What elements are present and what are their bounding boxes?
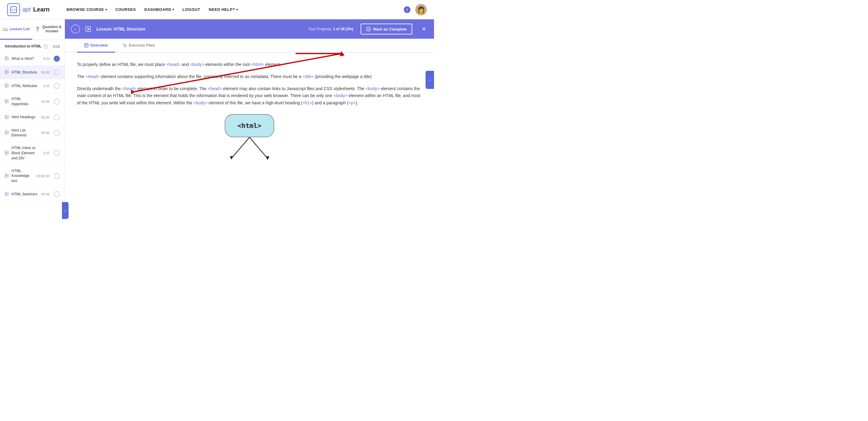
lesson-duration: 00:00 — [41, 100, 50, 104]
nav-logout[interactable]: LOGOUT — [182, 7, 200, 12]
svg-marker-13 — [6, 132, 7, 133]
lesson-check-empty-icon — [54, 150, 60, 156]
lesson-play-icon — [5, 131, 9, 135]
back-button[interactable]: ‹ — [71, 25, 80, 34]
lesson-play-icon — [5, 57, 9, 61]
svg-marker-30 — [266, 157, 270, 160]
notification-badge[interactable]: 0 — [404, 6, 410, 13]
lesson-name: HTML Attributes — [11, 83, 41, 89]
lesson-duration: 4:29 — [43, 57, 50, 60]
content-paragraph-2: The <head> element contains supporting i… — [77, 73, 422, 80]
lesson-progress: Your Progress: 1 of 38 (3%) — [308, 27, 353, 31]
sidebar-tabs: 📖 Lesson List ❓ Question & Answer — [0, 19, 65, 40]
lesson-name: What is Html? — [11, 56, 41, 61]
collapse-arrow-icon: ‹ — [65, 208, 66, 210]
tab-overview[interactable]: Overview — [77, 39, 115, 53]
nav-need-help[interactable]: NEED HELP? ▾ — [209, 7, 238, 12]
svg-text:</>: </> — [11, 8, 17, 12]
lesson-duration: 00:02:00 — [36, 174, 50, 178]
lesson-item[interactable]: HTML Structure00:00 — [0, 66, 65, 79]
lesson-check-done-icon: ✓ — [54, 56, 60, 62]
nav-dashboard[interactable]: DASHBOARD ▾ — [144, 7, 174, 12]
lesson-duration: 00:00 — [41, 131, 50, 135]
lesson-item[interactable]: Html Headings00:00 — [0, 111, 65, 124]
svg-marker-3 — [6, 57, 7, 59]
nav-items: BROWSE COURSE ▾ COURSES DASHBOARD ▾ LOGO… — [66, 7, 238, 12]
main-layout: 📖 Lesson List ❓ Question & Answer Introd… — [0, 19, 434, 210]
svg-line-27 — [231, 137, 249, 159]
lesson-name: HTML Hyperlinks — [11, 96, 39, 107]
lesson-item[interactable]: HTML Selectors00:00 — [0, 188, 65, 201]
dashboard-chevron-icon: ▾ — [173, 8, 174, 11]
lesson-item[interactable]: HTML Inline vs Block Element and DIV3:02 — [0, 142, 65, 165]
lesson-play-icon — [5, 100, 9, 104]
sidebar-section-header: Introduction to HTML i 1/14 — [0, 40, 65, 52]
svg-marker-21 — [88, 28, 90, 30]
lesson-play-icon — [5, 84, 9, 88]
avatar[interactable]: 👩 — [415, 4, 427, 16]
nav-browse-course[interactable]: BROWSE COURSE ▾ — [66, 7, 107, 12]
content-tabs: Overview 📎 Exercise Files — [65, 39, 434, 53]
lesson-title: Lesson: HTML Structure — [96, 27, 145, 31]
mark-complete-button[interactable]: Mark as Complete — [361, 24, 412, 34]
lesson-name: HTML Structure — [11, 70, 39, 75]
lesson-play-icon — [5, 151, 9, 155]
lesson-name: Html Headings — [11, 115, 39, 120]
lesson-duration: 00:00 — [41, 192, 50, 196]
lesson-duration: 3:02 — [43, 151, 50, 155]
close-button[interactable]: ✕ — [420, 25, 428, 33]
svg-marker-17 — [6, 175, 7, 177]
svg-marker-11 — [6, 116, 7, 118]
logo[interactable]: </> aptLearn — [7, 3, 50, 16]
lesson-item[interactable]: What is Html?4:29✓ — [0, 52, 65, 66]
lesson-list-icon: 📖 — [3, 27, 8, 31]
section-count: 1/14 — [53, 45, 60, 49]
lesson-check-empty-icon — [54, 173, 60, 179]
nav-courses[interactable]: COURSES — [115, 7, 136, 12]
lesson-item[interactable]: HTML Attributes4:32 — [0, 79, 65, 93]
lesson-name: HTML Inline vs Block Element and DIV — [11, 145, 41, 161]
lesson-item[interactable]: HTML Knowledge test00:02:00 — [0, 165, 65, 188]
lesson-item[interactable]: HTML Hyperlinks00:00 — [0, 93, 65, 111]
next-button[interactable]: › — [426, 71, 434, 89]
lesson-check-empty-icon — [54, 99, 60, 105]
qa-icon: ❓ — [35, 27, 40, 31]
svg-point-22 — [366, 27, 371, 31]
need-help-chevron-icon: ▾ — [236, 8, 238, 11]
lesson-duration: 00:00 — [41, 115, 50, 119]
lesson-check-empty-icon — [54, 83, 60, 89]
lesson-name: HTML Selectors — [11, 192, 39, 197]
content-area: ‹ Lesson: HTML Structure Your Progress: … — [65, 19, 434, 210]
content-paragraph-3: Directly underneath the <head> element i… — [77, 85, 422, 107]
sidebar-collapse-button[interactable]: ‹ — [62, 202, 68, 210]
top-navigation: </> aptLearn BROWSE COURSE ▾ COURSES DAS… — [0, 0, 434, 19]
svg-marker-7 — [6, 85, 7, 86]
tab-exercise-files[interactable]: 📎 Exercise Files — [115, 39, 162, 53]
sidebar-lessons: What is Html?4:29✓HTML Structure00:00HTM… — [0, 52, 65, 210]
sidebar: 📖 Lesson List ❓ Question & Answer Introd… — [0, 19, 65, 210]
svg-line-28 — [249, 137, 268, 159]
lesson-name: Html List Elements — [11, 128, 39, 138]
logo-icon: </> — [7, 3, 20, 16]
lesson-play-icon — [5, 192, 9, 196]
lesson-check-empty-icon — [54, 69, 60, 75]
lesson-duration: 4:32 — [43, 84, 50, 88]
lesson-check-empty-icon — [54, 191, 60, 197]
lesson-name: HTML Knowledge test — [11, 168, 34, 184]
lesson-check-empty-icon — [54, 114, 60, 120]
html-diagram: <html> — [77, 114, 422, 168]
browse-course-chevron-icon: ▾ — [105, 8, 107, 11]
lesson-play-icon — [5, 174, 9, 178]
diagram-lines-svg — [216, 137, 283, 168]
lesson-play-icon — [5, 115, 9, 119]
tab-lesson-list[interactable]: 📖 Lesson List — [0, 19, 32, 39]
svg-marker-19 — [6, 193, 7, 195]
lesson-play-icon — [5, 70, 9, 75]
content-paragraph-1: To properly define an HTML file, we must… — [77, 61, 422, 68]
svg-marker-29 — [230, 156, 233, 160]
lesson-header: ‹ Lesson: HTML Structure Your Progress: … — [65, 19, 434, 39]
tab-question-answer[interactable]: ❓ Question & Answer — [32, 19, 65, 39]
lesson-item[interactable]: Html List Elements00:00 — [0, 124, 65, 142]
svg-marker-15 — [6, 152, 7, 153]
section-title: Introduction to HTML i — [5, 44, 48, 49]
